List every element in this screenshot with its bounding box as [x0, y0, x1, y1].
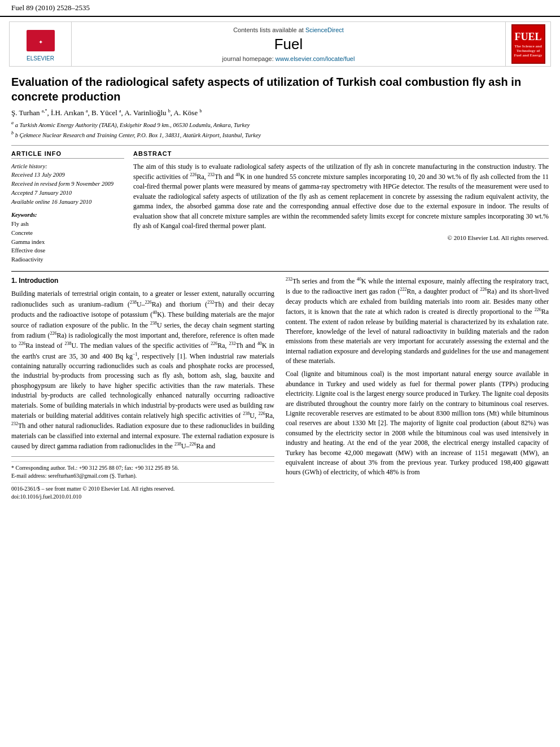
- sciencedirect-line: Contents lists available at ScienceDirec…: [233, 27, 344, 33]
- body-two-col: 1. Introduction Building materials of te…: [11, 271, 549, 501]
- elsevier-label: ELSEVIER: [27, 55, 54, 62]
- issn-line: 0016-2361/$ – see front matter © 2010 El…: [11, 485, 274, 493]
- body-para-right-2: Coal (lignite and bituminous coal) is th…: [286, 369, 549, 477]
- journal-ref: Fuel 89 (2010) 2528–2535: [11, 3, 90, 12]
- homepage-link[interactable]: www.elsevier.com/locate/fuel: [275, 55, 355, 62]
- section1-heading: 1. Introduction: [11, 276, 274, 286]
- article-history: Article history: Received 13 July 2009 R…: [11, 162, 124, 207]
- article-info-column: ARTICLE INFO Article history: Received 1…: [11, 150, 124, 264]
- body-para-1: Building materials of terrestrial origin…: [11, 289, 274, 451]
- available-date: Available online 16 January 2010: [11, 199, 91, 205]
- journal-info-center: Contents lists available at ScienceDirec…: [72, 22, 505, 66]
- elsevier-logo: ✦ ELSEVIER: [24, 27, 58, 62]
- affiliations: a a Turkish Atomic Energy Authority (TAE…: [11, 120, 549, 139]
- elsevier-branding: ✦ ELSEVIER: [10, 22, 72, 66]
- doi-line: doi:10.1016/j.fuel.2010.01.010: [11, 493, 274, 501]
- abstract-label: ABSTRACT: [133, 150, 549, 159]
- authors-line: Ş. Turhan a,*, İ.H. Arıkan a, B. Yücel a…: [11, 108, 549, 117]
- journal-homepage: journal homepage: www.elsevier.com/locat…: [222, 55, 355, 62]
- body-right-col: 232Th series and from the 40K while the …: [286, 276, 549, 501]
- affiliation-b: b Çekmece Nuclear Research and Training …: [15, 132, 261, 138]
- history-label: Article history:: [11, 163, 47, 169]
- elsevier-tree-icon: ✦: [24, 27, 58, 55]
- email-note: E-mail address: serefturhan63@gmail.com …: [11, 472, 274, 480]
- page-header: Fuel 89 (2010) 2528–2535: [0, 0, 560, 17]
- keyword-4: Effective dose: [11, 247, 45, 254]
- journal-banner: ✦ ELSEVIER Contents lists available at S…: [9, 21, 551, 67]
- journal-title: Fuel: [274, 36, 303, 53]
- copyright-line: © 2010 Elsevier Ltd. All rights reserved…: [133, 234, 549, 241]
- fuel-logo-subtitle: The Science andTechnology ofFuel and Ene…: [514, 44, 542, 58]
- received-date: Received 13 July 2009: [11, 172, 65, 178]
- abstract-text: The aim of this study is to evaluate rad…: [133, 162, 549, 231]
- accepted-date: Accepted 7 January 2010: [11, 190, 72, 196]
- fuel-logo: FUEL The Science andTechnology ofFuel an…: [511, 24, 545, 64]
- sciencedirect-link[interactable]: ScienceDirect: [305, 27, 344, 33]
- keyword-1: Fly ash: [11, 221, 29, 227]
- svg-text:✦: ✦: [38, 39, 43, 45]
- body-para-right-1: 232Th series and from the 40K while the …: [286, 276, 549, 366]
- article-info-abstract: ARTICLE INFO Article history: Received 1…: [11, 145, 549, 264]
- keyword-5: Radioactivity: [11, 256, 43, 263]
- corresponding-note: * Corresponding author. Tel.: +90 312 29…: [11, 464, 274, 472]
- affiliation-a: a Turkish Atomic Energy Authority (TAEA)…: [15, 122, 250, 128]
- abstract-column: ABSTRACT The aim of this study is to eva…: [133, 150, 549, 264]
- keywords-label: Keywords:: [11, 212, 37, 218]
- keyword-2: Concrete: [11, 230, 33, 236]
- article-title: Evaluation of the radiological safety as…: [11, 75, 549, 104]
- fuel-logo-text: FUEL: [514, 31, 541, 43]
- fuel-logo-area: FUEL The Science andTechnology ofFuel an…: [505, 22, 550, 66]
- keyword-3: Gamma index: [11, 239, 45, 245]
- article-info-label: ARTICLE INFO: [11, 150, 124, 159]
- body-left-col: 1. Introduction Building materials of te…: [11, 276, 274, 501]
- main-content: Evaluation of the radiological safety as…: [0, 75, 560, 501]
- received-revised-date: Received in revised form 9 November 2009: [11, 181, 113, 187]
- keywords-section: Keywords: Fly ash Concrete Gamma index E…: [11, 211, 124, 264]
- footnote-area: * Corresponding author. Tel.: +90 312 29…: [11, 456, 274, 501]
